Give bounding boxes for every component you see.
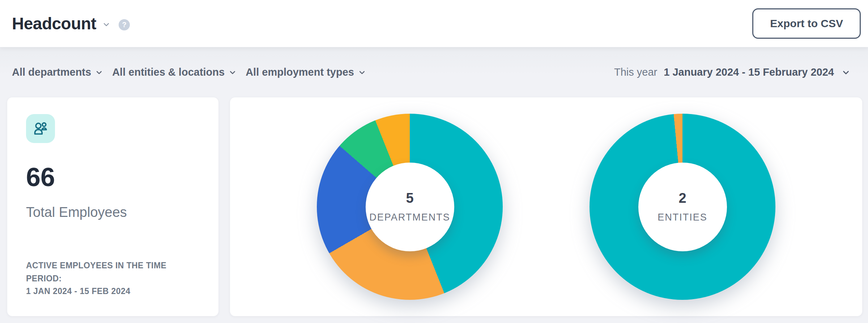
period-preset-label: This year [614, 66, 657, 78]
departments-donut-chart: 5 DEPARTMENTS [317, 114, 503, 300]
filters-group: All departments All entities & locations… [12, 66, 366, 78]
footnote-line-2: 1 Jan 2024 - 15 Feb 2024 [26, 285, 200, 298]
filter-bar: All departments All entities & locations… [0, 47, 868, 97]
page-title: Headcount [12, 14, 96, 33]
page-header: Headcount ? Export to CSV [0, 0, 868, 47]
entities-label: ENTITIES [658, 212, 707, 223]
total-employees-label: Total Employees [26, 205, 200, 220]
main-content: 66 Total Employees Active employees in t… [0, 97, 868, 316]
people-icon [26, 114, 55, 143]
charts-panel: 5 DEPARTMENTS 2 ENTITIES [230, 97, 862, 316]
period-value: 1 January 2024 - 15 February 2024 [664, 66, 834, 78]
entities-donut-chart: 2 ENTITIES [590, 114, 775, 300]
chevron-down-icon[interactable] [102, 20, 111, 30]
filter-entities-locations-label: All entities & locations [112, 66, 225, 78]
filter-entities-locations[interactable]: All entities & locations [112, 66, 236, 78]
filter-departments-label: All departments [12, 66, 91, 78]
departments-count: 5 [406, 190, 413, 206]
chevron-down-icon [229, 69, 236, 76]
title-group: Headcount ? [12, 14, 752, 33]
departments-label: DEPARTMENTS [369, 212, 450, 223]
help-icon[interactable]: ? [119, 19, 130, 30]
entities-count: 2 [678, 190, 686, 206]
filter-departments[interactable]: All departments [12, 66, 103, 78]
chevron-down-icon [95, 69, 103, 76]
export-csv-button[interactable]: Export to CSV [752, 8, 861, 39]
filter-employment-types[interactable]: All employment types [246, 66, 366, 78]
filter-employment-types-label: All employment types [246, 66, 354, 78]
departments-donut-center: 5 DEPARTMENTS [366, 163, 454, 251]
chevron-down-icon [358, 69, 366, 76]
date-range-picker[interactable]: This year 1 January 2024 - 15 February 2… [614, 66, 850, 78]
entities-donut-center: 2 ENTITIES [638, 163, 727, 251]
active-employees-footnote: Active employees in the time period: 1 J… [26, 259, 200, 298]
chevron-down-icon [842, 68, 850, 76]
total-employees-card: 66 Total Employees Active employees in t… [7, 97, 218, 316]
footnote-line-1: Active employees in the time period: [26, 259, 200, 285]
total-employees-value: 66 [26, 164, 200, 190]
